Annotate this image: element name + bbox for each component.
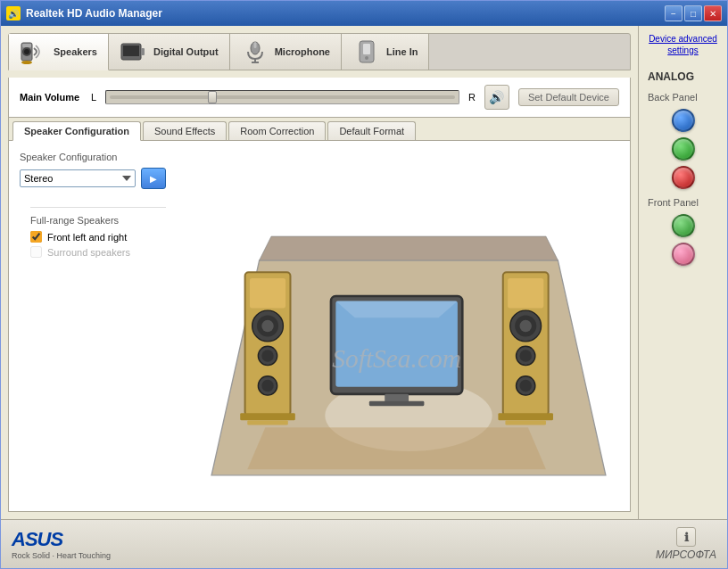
svg-rect-7 [141, 48, 145, 55]
inner-tabs: Speaker Configuration Sound Effects Room… [9, 118, 630, 141]
digital-output-label: Digital Output [153, 46, 219, 57]
svg-rect-27 [240, 413, 295, 420]
info-button[interactable]: ℹ [676, 527, 696, 547]
inner-tabs-container: Speaker Configuration Sound Effects Room… [8, 118, 631, 512]
svg-point-37 [520, 380, 532, 392]
window-title: Realtek HD Audio Manager [26, 7, 665, 20]
left-panel: Speakers Digital Output [1, 26, 638, 519]
tab-speaker-configuration[interactable]: Speaker Configuration [12, 121, 141, 141]
speaker-visual: SoftSea.com Virtual Surround [187, 141, 630, 511]
title-bar: 🔊 Realtek HD Audio Manager − □ ✕ [1, 1, 727, 26]
device-advanced-link[interactable]: Device advanced settings [644, 33, 722, 56]
svg-text:SoftSea.com: SoftSea.com [332, 344, 461, 373]
svg-rect-19 [250, 278, 285, 308]
mirsofta-text: МИРСОФТА [656, 548, 716, 561]
tab-sound-effects[interactable]: Sound Effects [143, 121, 227, 140]
svg-rect-3 [22, 44, 31, 47]
bottom-bar: ASUS Rock Solid · Heart Touching ℹ МИРСО… [1, 519, 727, 568]
svg-point-33 [520, 320, 532, 332]
front-left-right-label: Front left and right [47, 232, 127, 243]
close-button[interactable]: ✕ [704, 5, 722, 21]
asus-tagline-text: Rock Solid · Heart Touching [12, 551, 111, 560]
play-test-button[interactable]: ▶ [141, 168, 166, 189]
surround-speakers-label: Surround speakers [47, 247, 130, 258]
speakers-label: Speakers [54, 46, 97, 57]
svg-rect-44 [369, 401, 425, 406]
asus-brand-text: ASUS [12, 528, 111, 551]
surround-speakers-checkbox[interactable] [30, 246, 42, 258]
microphone-icon [241, 39, 269, 64]
connector-front-green[interactable] [672, 214, 695, 237]
window-controls: − □ ✕ [665, 5, 722, 21]
main-window: 🔊 Realtek HD Audio Manager − □ ✕ [0, 0, 728, 569]
connector-green[interactable] [672, 137, 695, 161]
window-icon: 🔊 [6, 6, 21, 21]
config-select-row: Stereo Quadraphonic 5.1 Speaker 7.1 Spea… [20, 168, 177, 189]
tab-room-correction[interactable]: Room Correction [228, 121, 326, 140]
svg-marker-17 [260, 236, 558, 260]
fullrange-section: Full-range Speakers Front left and right… [20, 207, 177, 272]
device-tabs: Speakers Digital Output [8, 33, 631, 70]
surround-speakers-row: Surround speakers [30, 246, 166, 258]
maximize-button[interactable]: □ [684, 5, 702, 21]
speakers-icon [20, 39, 48, 64]
front-left-right-checkbox[interactable] [30, 231, 42, 243]
svg-point-14 [365, 56, 368, 60]
connector-front-pink[interactable] [672, 243, 695, 266]
svg-rect-9 [253, 42, 256, 48]
volume-section: Main Volume L R 🔊 Set Default Device [8, 78, 631, 118]
volume-left-label: L [91, 92, 96, 103]
svg-rect-39 [505, 420, 546, 425]
scene-3d: SoftSea.com [187, 141, 630, 511]
svg-rect-30 [508, 278, 543, 308]
volume-mute-button[interactable]: 🔊 [484, 85, 509, 110]
analog-label: ANALOG [644, 70, 694, 83]
svg-point-24 [261, 350, 273, 361]
svg-point-2 [24, 49, 29, 54]
fullrange-label: Full-range Speakers [30, 207, 166, 226]
line-in-icon [352, 39, 381, 64]
connector-red[interactable] [672, 166, 695, 189]
tab-line-in[interactable]: Line In [342, 34, 429, 70]
svg-point-22 [261, 320, 273, 332]
svg-point-4 [21, 61, 32, 64]
minimize-button[interactable]: − [665, 5, 682, 21]
speaker-config-panel: Speaker Configuration Stereo Quadraphoni… [9, 141, 630, 511]
asus-logo: ASUS Rock Solid · Heart Touching [12, 528, 111, 560]
tab-microphone[interactable]: Microphone [230, 34, 342, 70]
svg-point-26 [261, 380, 273, 392]
digital-output-icon [120, 39, 148, 64]
connector-blue[interactable] [672, 109, 695, 132]
set-default-button[interactable]: Set Default Device [518, 88, 619, 106]
svg-rect-13 [363, 44, 370, 54]
front-left-right-row: Front left and right [30, 231, 166, 243]
svg-point-35 [520, 350, 532, 361]
bottom-right: ℹ МИРСОФТА [656, 527, 716, 561]
svg-rect-28 [247, 420, 288, 425]
svg-marker-42 [335, 301, 458, 317]
back-panel-label: Back Panel [644, 92, 698, 103]
line-in-label: Line In [386, 46, 418, 57]
svg-rect-38 [498, 413, 553, 420]
right-sidebar: Device advanced settings ANALOG Back Pan… [638, 26, 727, 519]
volume-right-label: R [468, 92, 476, 103]
microphone-label: Microphone [275, 46, 330, 57]
svg-marker-46 [247, 427, 546, 469]
speaker-config-select[interactable]: Stereo Quadraphonic 5.1 Speaker 7.1 Spea… [20, 169, 136, 187]
svg-rect-6 [123, 45, 139, 56]
tab-default-format[interactable]: Default Format [327, 121, 416, 140]
main-content: Speakers Digital Output [1, 26, 727, 519]
tab-speakers[interactable]: Speakers [9, 34, 109, 70]
tab-digital-output[interactable]: Digital Output [109, 34, 230, 70]
speaker-controls: Speaker Configuration Stereo Quadraphoni… [9, 141, 187, 511]
speaker-config-group-label: Speaker Configuration [20, 152, 177, 162]
volume-slider[interactable] [105, 90, 459, 104]
main-volume-label: Main Volume [20, 92, 82, 103]
front-panel-label: Front Panel [644, 197, 699, 208]
